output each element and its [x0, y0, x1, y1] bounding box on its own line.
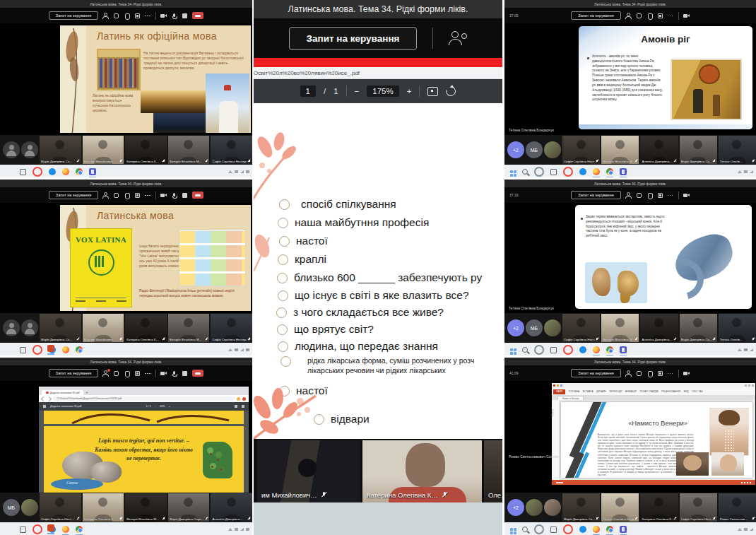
start-button-icon[interactable] — [510, 170, 513, 173]
participant-tile[interactable]: Марія Дмитрівна Со… — [680, 314, 717, 342]
new-tab-button[interactable]: + — [85, 390, 88, 394]
raise-hand-icon[interactable] — [124, 13, 130, 19]
leave-call-button[interactable] — [192, 12, 203, 19]
firefox-icon[interactable] — [593, 526, 600, 533]
tray-chevron-icon[interactable] — [228, 528, 232, 531]
task-view-icon[interactable] — [550, 347, 557, 353]
camera-icon[interactable] — [683, 13, 690, 19]
opera-icon[interactable] — [33, 167, 42, 177]
teams-icon[interactable] — [620, 526, 627, 533]
chrome-icon[interactable] — [76, 168, 83, 175]
opera-icon[interactable] — [33, 524, 42, 534]
request-control-button[interactable]: Запит на керування — [571, 191, 620, 199]
back-icon[interactable] — [41, 396, 46, 401]
participant-tile[interactable]: Марія Дмитрівна Со… — [562, 493, 600, 522]
participant-tile[interactable]: Марія Дмитрівна Со… — [40, 136, 81, 164]
opera-icon[interactable] — [33, 345, 42, 355]
chat-icon[interactable] — [113, 13, 119, 19]
raise-hand-icon[interactable] — [646, 13, 653, 19]
avatar[interactable] — [544, 319, 561, 336]
avatar[interactable] — [526, 499, 543, 516]
participant-tile[interactable]: Роман Святослав… — [719, 493, 756, 522]
teams-icon[interactable] — [89, 168, 96, 175]
participant-tile[interactable]: Вікторія Віталіївна М… — [168, 136, 210, 164]
ribbon-tab[interactable]: ГОЛОВНА — [569, 390, 580, 393]
chat-icon[interactable] — [113, 192, 119, 199]
leave-call-button[interactable] — [192, 370, 203, 377]
participant-tile[interactable]: им Михайлович… — [257, 440, 360, 502]
share-screen-icon[interactable] — [182, 370, 188, 377]
more-options-icon[interactable] — [668, 192, 674, 199]
chat-icon[interactable] — [636, 370, 642, 377]
tray-chevron-icon[interactable] — [738, 170, 742, 173]
request-control-button[interactable]: Запит на керування — [49, 191, 98, 199]
participant-tile[interactable]: Катерина Олегівна К… — [83, 493, 124, 522]
more-options-icon[interactable] — [668, 370, 674, 377]
chat-icon[interactable] — [113, 370, 119, 377]
people-icon[interactable] — [102, 192, 109, 199]
powerpoint-icon[interactable] — [47, 345, 54, 352]
ribbon-tab[interactable]: ПЕРЕХОДИ — [609, 390, 622, 393]
share-screen-icon[interactable] — [182, 13, 188, 19]
share-screen-icon[interactable] — [182, 192, 188, 199]
star-icon[interactable] — [237, 397, 240, 401]
mic-icon[interactable] — [171, 370, 177, 377]
ribbon-tab[interactable]: ПОКАЗ СЛАЙДІВ — [640, 390, 658, 393]
participant-tile[interactable]: Максим Михайлович… — [83, 136, 124, 164]
overflow-participants-badge[interactable]: +2 — [507, 319, 524, 336]
participant-tile[interactable]: Катерина Олегівна К… — [125, 136, 167, 164]
camera-icon[interactable] — [683, 192, 690, 199]
opera-icon[interactable] — [563, 345, 573, 355]
avatar[interactable] — [21, 499, 38, 516]
radio-button[interactable] — [278, 290, 288, 301]
camera-icon[interactable] — [160, 13, 167, 19]
cortana-icon[interactable] — [534, 345, 544, 355]
participant-tile[interactable]: Софія Сергіївна Нест… — [680, 493, 717, 522]
raise-hand-icon[interactable] — [646, 370, 653, 377]
menu-icon[interactable] — [43, 405, 46, 408]
tray-chevron-icon[interactable] — [738, 528, 742, 531]
request-control-button[interactable]: Запит на керування — [49, 11, 98, 20]
avatar[interactable] — [21, 141, 38, 158]
people-icon[interactable] — [102, 13, 109, 19]
participant-tile[interactable]: Оле… — [484, 440, 502, 502]
share-window-icon[interactable] — [657, 192, 663, 199]
chrome-icon[interactable] — [606, 168, 613, 175]
task-view-icon[interactable] — [550, 527, 557, 533]
radio-button[interactable] — [278, 254, 288, 265]
cortana-icon[interactable] — [534, 524, 544, 534]
camera-icon[interactable] — [160, 192, 167, 199]
participant-tile[interactable]: Тетяна Олегів… — [719, 314, 756, 342]
radio-button[interactable] — [280, 356, 291, 367]
task-view-icon[interactable] — [20, 169, 26, 175]
participant-tile[interactable]: Софія Сергіївна Нест… — [562, 136, 600, 164]
share-window-icon[interactable] — [657, 13, 663, 19]
share-window-icon[interactable] — [657, 370, 663, 377]
people-icon[interactable] — [102, 370, 109, 377]
browser-tab[interactable]: Додаток заголовок 35.pdf — [42, 390, 83, 395]
radio-button[interactable] — [278, 218, 288, 228]
teams-icon[interactable] — [620, 168, 627, 175]
slide-thumbnail-pane[interactable]: Слайди — [552, 400, 560, 480]
tray-chevron-icon[interactable] — [228, 170, 232, 173]
participant-tile[interactable]: Катерина Олегівна К… — [362, 440, 482, 502]
chat-icon[interactable] — [636, 192, 642, 199]
file-tab[interactable]: ФАЙЛ — [553, 389, 565, 394]
fit-page-icon[interactable] — [427, 87, 438, 96]
edge-icon[interactable] — [579, 168, 586, 175]
teams-icon[interactable] — [620, 346, 627, 353]
radio-button[interactable] — [279, 236, 290, 247]
print-icon[interactable] — [242, 405, 244, 408]
participant-tile[interactable]: Вікторія Віталіївна М… — [125, 493, 167, 522]
participant-tile[interactable]: Катерина Олегівна К… — [640, 493, 678, 522]
task-view-icon[interactable] — [20, 527, 26, 533]
ribbon-tab[interactable]: РЕЦЕНЗУВАННЯ — [661, 390, 680, 393]
request-control-button[interactable]: Запит на керування — [49, 369, 98, 377]
system-tray[interactable] — [738, 522, 753, 535]
system-tray[interactable] — [738, 165, 753, 177]
firefox-icon[interactable] — [62, 346, 69, 353]
participant-tile[interactable]: Ангеліна Дмитрівна… — [640, 314, 678, 342]
chrome-icon[interactable] — [76, 526, 83, 533]
avatar-initials[interactable]: МБ — [526, 141, 543, 158]
zoom-in-button[interactable]: + — [407, 87, 412, 95]
